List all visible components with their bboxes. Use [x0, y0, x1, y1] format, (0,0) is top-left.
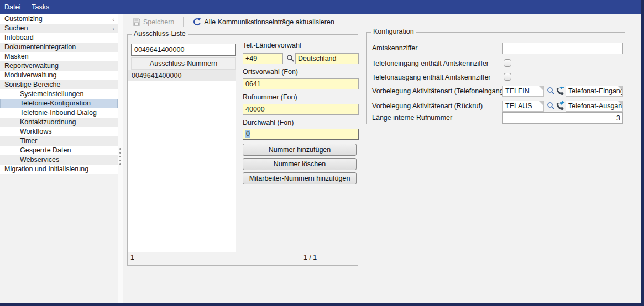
- floppy-disk-icon: [133, 18, 140, 26]
- sidebar-item-kontaktzuordnung[interactable]: Kontaktzuordnung: [0, 118, 118, 127]
- sidebar-item-timer[interactable]: Timer: [0, 136, 118, 146]
- corner-flag-icon: [618, 101, 622, 105]
- phone-out-checkbox[interactable]: [504, 73, 511, 81]
- sidebar-item-telefonie-inbound-dialog[interactable]: Telefonie-Inbound-Dialog: [0, 108, 118, 118]
- activity-callback-search-icon[interactable]: [547, 102, 555, 110]
- activity-in-label: Vorbelegung Aktivitätenart (Telefoneinga…: [372, 87, 506, 95]
- country-code-label: Tel.-Ländervorwahl: [243, 41, 301, 49]
- extension-input[interactable]: 0: [243, 129, 359, 140]
- phone-number-label: Rufnummer (Fon): [243, 93, 297, 101]
- country-search-icon[interactable]: [286, 54, 295, 62]
- sidebar-item-webservices[interactable]: Webservices: [0, 155, 118, 165]
- phone-in-checkbox-label: Telefoneingang enthält Amtskennziffer: [372, 60, 489, 67]
- menubar: Datei Tasks: [0, 0, 644, 14]
- menu-tasks[interactable]: Tasks: [32, 2, 55, 12]
- sidebar-item-infoboard[interactable]: Infoboard: [0, 33, 118, 43]
- activity-callback-code-field[interactable]: TELAUS: [502, 101, 544, 112]
- sidebar-item-gesperrte-daten[interactable]: Gesperrte Daten: [0, 146, 118, 155]
- corner-flag-icon: [539, 101, 543, 105]
- save-label: Speichern: [143, 18, 174, 26]
- chevron-right-icon[interactable]: ›: [110, 24, 117, 33]
- sidebar-item-reportverwaltung[interactable]: Reportverwaltung: [0, 61, 118, 71]
- exclusion-list-legend: Ausschluss-Liste: [132, 30, 188, 38]
- exclusion-list-groupbox: Ausschluss-Liste Ausschluss-Nummern 0049…: [127, 34, 358, 266]
- configuration-legend: Konfiguration: [371, 28, 416, 35]
- amtskennziffer-label: Amtskennziffer: [372, 44, 417, 52]
- refresh-label: Alle Kommunikationseinträge aktualisiere…: [204, 18, 334, 26]
- toolbar-separator: [183, 17, 184, 27]
- outgoing-call-icon[interactable]: [556, 101, 565, 110]
- activity-in-code-field[interactable]: TELEIN: [502, 86, 544, 97]
- add-employee-numbers-button[interactable]: Mitarbeiter-Nummern hinzufügen: [243, 172, 357, 184]
- add-number-button[interactable]: Nummer hinzufügen: [243, 144, 357, 156]
- list-item[interactable]: 0049641400000: [128, 70, 236, 81]
- sidebar-nav: Customizing Suchen Infoboard Dokumenteni…: [0, 14, 118, 303]
- menu-datei[interactable]: Datei: [4, 2, 26, 12]
- sidebar-item-customizing[interactable]: Customizing: [0, 14, 118, 24]
- area-code-input[interactable]: [243, 78, 359, 89]
- sidebar-item-masken[interactable]: Masken: [0, 52, 118, 61]
- sidebar-item-suchen[interactable]: Suchen: [0, 24, 118, 33]
- exclusion-list-header[interactable]: Ausschluss-Nummern: [131, 57, 236, 70]
- internal-number-length-label: Länge interne Rufnummer: [372, 114, 452, 122]
- main-content: Speichern Alle Kommunikationseinträge ak…: [123, 14, 642, 303]
- sidebar-item-migration[interactable]: Migration und Initialisierung: [0, 165, 118, 174]
- list-count: 1: [130, 254, 134, 261]
- country-code-input[interactable]: [243, 53, 283, 64]
- sidebar-item-telefonie-konfiguration[interactable]: Telefonie-Konfiguration: [0, 99, 118, 108]
- selected-text: 0: [245, 130, 250, 138]
- phone-in-checkbox[interactable]: [504, 59, 511, 67]
- sidebar-item-workflows[interactable]: Workflows: [0, 127, 118, 136]
- exclusion-filter-input[interactable]: [131, 44, 236, 56]
- sidebar-splitter[interactable]: [118, 14, 123, 303]
- activity-in-search-icon[interactable]: [547, 87, 555, 95]
- extension-label: Durchwahl (Fon): [243, 119, 294, 126]
- refresh-button[interactable]: Alle Kommunikationseinträge aktualisiere…: [188, 16, 339, 28]
- activity-callback-name-field[interactable]: Telefonat-Ausgang: [566, 101, 623, 112]
- sidebar-item-systemeinstellungen[interactable]: Systemeinstellungen: [0, 89, 118, 99]
- phone-out-checkbox-label: Telefonausgang enthält Amtskennziffer: [372, 73, 491, 81]
- activity-in-name-field[interactable]: Telefonat-Eingang: [566, 86, 623, 97]
- chevron-left-icon[interactable]: ‹: [110, 15, 117, 24]
- corner-flag-icon: [618, 86, 622, 91]
- country-name-input[interactable]: [295, 53, 359, 64]
- exclusion-listbox[interactable]: 0049641400000: [128, 70, 236, 252]
- phone-number-input[interactable]: [243, 104, 359, 115]
- activity-callback-label: Vorbelegung Aktivitätenart (Rückruf): [372, 102, 483, 110]
- save-button[interactable]: Speichern: [128, 17, 179, 28]
- incoming-call-icon[interactable]: [556, 86, 565, 96]
- window-border: [0, 303, 644, 306]
- window-border: [641, 0, 644, 306]
- configuration-groupbox: Konfiguration Amtskennziffer Telefoneing…: [366, 32, 625, 124]
- area-code-label: Ortsvorwahl (Fon): [243, 68, 298, 76]
- sidebar-item-sonstige-bereiche[interactable]: Sonstige Bereiche: [0, 80, 118, 89]
- corner-flag-icon: [539, 86, 543, 91]
- delete-number-button[interactable]: Nummer löschen: [243, 158, 357, 170]
- internal-number-length-input[interactable]: [502, 112, 623, 124]
- amtskennziffer-input[interactable]: [502, 43, 623, 54]
- refresh-icon: [192, 18, 201, 27]
- sidebar-item-modulverwaltung[interactable]: Modulverwaltung: [0, 71, 118, 80]
- list-page-indicator: 1 / 1: [303, 254, 317, 261]
- sidebar-item-dokumentenintegration[interactable]: Dokumentenintegration: [0, 43, 118, 52]
- app-window: Datei Tasks Customizing Suchen Infoboard…: [0, 0, 644, 306]
